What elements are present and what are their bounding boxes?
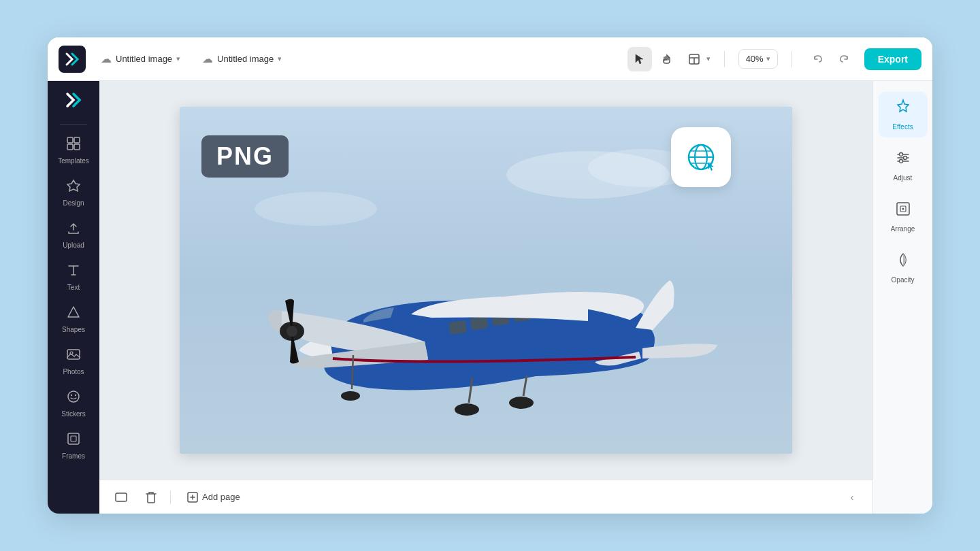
svg-point-41 bbox=[903, 156, 906, 160]
right-panel: Effects Adjust bbox=[872, 81, 932, 514]
bottom-divider bbox=[170, 490, 171, 504]
sidebar-item-photos[interactable]: Photos bbox=[52, 341, 95, 381]
zoom-button[interactable]: 40% ▾ bbox=[738, 49, 778, 69]
stickers-icon bbox=[66, 389, 81, 407]
svg-rect-4 bbox=[74, 144, 80, 150]
delete-page-button[interactable] bbox=[140, 486, 162, 508]
sidebar-item-photos-label: Photos bbox=[63, 368, 84, 375]
svg-point-8 bbox=[71, 395, 72, 396]
templates-icon bbox=[66, 136, 81, 154]
redo-button[interactable] bbox=[832, 47, 856, 71]
svg-rect-24 bbox=[470, 316, 488, 330]
add-page-label: Add page bbox=[202, 492, 240, 502]
svg-point-30 bbox=[455, 403, 479, 416]
cloud-icon-1: ☁ bbox=[101, 52, 112, 65]
doc-tab-2-label: Untitled image bbox=[217, 54, 274, 64]
sidebar-item-frames[interactable]: Frames bbox=[52, 426, 95, 465]
topbar: ☁ Untitled image ▾ ☁ Untitled image ▾ bbox=[48, 37, 932, 81]
sidebar-item-design[interactable]: Design bbox=[52, 173, 95, 212]
sidebar-item-upload-label: Upload bbox=[63, 241, 84, 249]
main-content: Templates Design Upload bbox=[48, 81, 932, 514]
sidebar-logo bbox=[60, 86, 87, 114]
svg-rect-1 bbox=[67, 137, 73, 143]
svg-rect-2 bbox=[74, 137, 80, 143]
canvas[interactable]: PNG bbox=[180, 107, 792, 454]
sidebar-item-templates[interactable]: Templates bbox=[52, 131, 95, 170]
panel-item-opacity-label: Opacity bbox=[892, 276, 915, 284]
sidebar-item-shapes-label: Shapes bbox=[62, 326, 85, 333]
layout-chevron: ▾ bbox=[706, 54, 710, 63]
doc-tab-2[interactable]: ☁ Untitled image ▾ bbox=[195, 48, 289, 69]
select-tool-button[interactable] bbox=[627, 47, 652, 71]
svg-rect-5 bbox=[67, 350, 80, 359]
zoom-chevron-icon: ▾ bbox=[766, 54, 770, 63]
panel-item-arrange-label: Arrange bbox=[891, 225, 915, 233]
sidebar-divider bbox=[60, 124, 87, 125]
panel-item-opacity[interactable]: Opacity bbox=[879, 245, 928, 290]
cloud-icon-2: ☁ bbox=[202, 52, 213, 65]
svg-point-42 bbox=[899, 160, 902, 163]
panel-item-adjust-label: Adjust bbox=[894, 174, 913, 182]
svg-rect-10 bbox=[68, 433, 79, 444]
svg-point-45 bbox=[902, 208, 904, 210]
svg-point-7 bbox=[68, 391, 79, 402]
shapes-icon bbox=[66, 305, 81, 323]
globe-icon-box bbox=[671, 127, 731, 187]
sidebar-item-design-label: Design bbox=[63, 199, 84, 207]
doc-tab-1[interactable]: ☁ Untitled image ▾ bbox=[94, 48, 187, 69]
sidebar-item-stickers-label: Stickers bbox=[61, 410, 86, 418]
layout-tool-button[interactable] bbox=[682, 47, 706, 71]
zoom-level: 40% bbox=[746, 54, 764, 64]
adjust-icon bbox=[895, 150, 911, 170]
text-icon bbox=[66, 263, 81, 281]
svg-point-9 bbox=[75, 395, 76, 396]
sidebar-item-upload[interactable]: Upload bbox=[52, 215, 95, 254]
svg-rect-23 bbox=[448, 320, 467, 335]
panel-item-adjust[interactable]: Adjust bbox=[879, 143, 928, 188]
canvas-area: PNG bbox=[99, 81, 872, 514]
png-badge: PNG bbox=[201, 135, 289, 178]
panel-item-effects[interactable]: Effects bbox=[879, 92, 928, 137]
doc-tab-1-label: Untitled image bbox=[116, 54, 172, 64]
hand-tool-button[interactable] bbox=[655, 47, 679, 71]
app-logo bbox=[59, 46, 86, 73]
opacity-icon bbox=[895, 252, 911, 272]
canvas-wrapper[interactable]: PNG bbox=[99, 81, 872, 480]
svg-rect-35 bbox=[116, 493, 127, 501]
collapse-panel-button[interactable]: ‹ bbox=[843, 488, 862, 507]
bottom-bar: Add page ‹ bbox=[99, 480, 872, 514]
effects-icon bbox=[895, 99, 911, 119]
sidebar: Templates Design Upload bbox=[48, 81, 99, 514]
undo-redo-group bbox=[806, 47, 856, 71]
add-page-button[interactable]: Add page bbox=[179, 488, 248, 507]
panel-item-arrange[interactable]: Arrange bbox=[879, 194, 928, 239]
svg-rect-3 bbox=[67, 144, 73, 150]
sidebar-item-text[interactable]: Text bbox=[52, 257, 95, 297]
svg-point-32 bbox=[509, 397, 534, 409]
sidebar-item-text-label: Text bbox=[67, 284, 80, 291]
export-button[interactable]: Export bbox=[864, 48, 921, 70]
svg-point-28 bbox=[287, 326, 297, 337]
page-thumbnail-button[interactable] bbox=[110, 486, 132, 508]
canvas-background: PNG bbox=[180, 107, 792, 454]
sidebar-item-stickers[interactable]: Stickers bbox=[52, 384, 95, 423]
sidebar-item-shapes[interactable]: Shapes bbox=[52, 299, 95, 339]
svg-point-40 bbox=[899, 153, 902, 156]
undo-button[interactable] bbox=[806, 47, 830, 71]
svg-point-34 bbox=[341, 391, 360, 401]
sidebar-item-templates-label: Templates bbox=[58, 157, 89, 165]
design-icon bbox=[66, 178, 81, 197]
panel-item-effects-label: Effects bbox=[892, 123, 913, 131]
upload-icon bbox=[66, 220, 81, 239]
frames-icon bbox=[66, 431, 81, 450]
photos-icon bbox=[66, 347, 81, 365]
chevron-down-icon-1: ▾ bbox=[176, 54, 180, 63]
toolbar-tools: ▾ bbox=[627, 47, 710, 71]
svg-rect-11 bbox=[71, 436, 76, 441]
arrange-icon bbox=[895, 201, 911, 221]
sidebar-item-frames-label: Frames bbox=[62, 452, 85, 460]
chevron-down-icon-2: ▾ bbox=[278, 54, 282, 63]
